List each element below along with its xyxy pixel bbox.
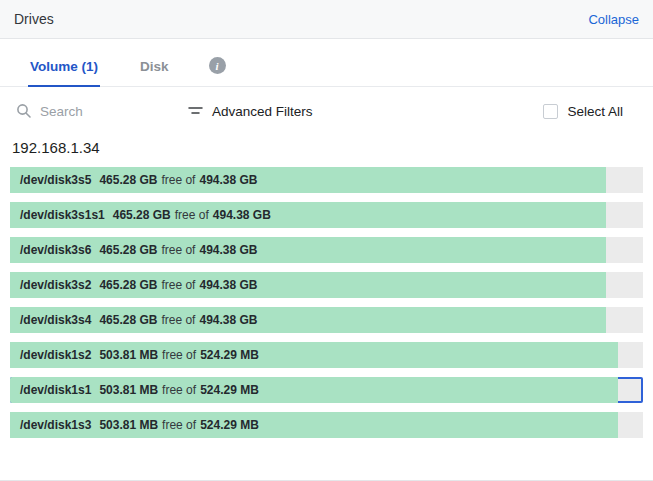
drive-total-value: 524.29 MB [200,383,259,397]
filter-icon [188,104,203,118]
drive-name: /dev/disk1s1 [20,383,91,397]
drive-total-value: 524.29 MB [200,348,259,362]
drive-free-value: 465.28 GB [99,313,157,327]
drive-free-value: 503.81 MB [99,348,158,362]
drive-row-text: /dev/disk3s5 465.28 GB free of 494.38 GB [10,167,643,193]
drive-name: /dev/disk3s6 [20,243,91,257]
drive-total-value: 494.38 GB [199,313,257,327]
drive-row-text: /dev/disk3s4 465.28 GB free of 494.38 GB [10,307,643,333]
drive-name: /dev/disk3s2 [20,278,91,292]
drive-total-value: 524.29 MB [200,418,259,432]
drive-free-value: 465.28 GB [99,243,157,257]
drive-free-value: 465.28 GB [113,208,171,222]
tab-disk[interactable]: Disk [138,53,171,87]
free-of-label: free of [161,278,195,292]
drive-row-text: /dev/disk1s3 503.81 MB free of 524.29 MB [10,412,643,438]
free-of-label: free of [175,208,209,222]
drive-total-value: 494.38 GB [199,243,257,257]
toolbar: Advanced Filters Select All [0,87,653,125]
drive-total-value: 494.38 GB [199,173,257,187]
select-all[interactable]: Select All [543,104,637,119]
tab-volume[interactable]: Volume (1) [28,53,100,87]
drive-row[interactable]: /dev/disk3s2 465.28 GB free of 494.38 GB [10,272,643,298]
drive-row-text: /dev/disk3s1s1 465.28 GB free of 494.38 … [10,202,643,228]
drive-row-text: /dev/disk1s2 503.81 MB free of 524.29 MB [10,342,643,368]
drive-name: /dev/disk1s3 [20,418,91,432]
search-icon [16,103,32,119]
drive-row[interactable]: /dev/disk1s1 503.81 MB free of 524.29 MB [10,377,643,403]
collapse-link[interactable]: Collapse [588,12,639,27]
drive-rows: /dev/disk3s5 465.28 GB free of 494.38 GB… [0,167,653,447]
drive-total-value: 494.38 GB [199,278,257,292]
advanced-filters-button[interactable]: Advanced Filters [188,104,313,119]
advanced-filters-label: Advanced Filters [212,104,313,119]
drive-row-text: /dev/disk1s1 503.81 MB free of 524.29 MB [10,377,643,403]
search-box [16,103,174,119]
free-of-label: free of [162,348,196,362]
drive-free-value: 465.28 GB [99,278,157,292]
drive-free-value: 503.81 MB [99,418,158,432]
drive-name: /dev/disk3s1s1 [20,208,105,222]
free-of-label: free of [161,313,195,327]
panel-header: Drives Collapse [0,0,653,39]
drive-row[interactable]: /dev/disk3s5 465.28 GB free of 494.38 GB [10,167,643,193]
free-of-label: free of [162,418,196,432]
select-all-label: Select All [567,104,623,119]
drive-name: /dev/disk1s2 [20,348,91,362]
drive-row[interactable]: /dev/disk3s4 465.28 GB free of 494.38 GB [10,307,643,333]
panel-title: Drives [14,11,54,27]
tabs-row: Volume (1) Disk [0,39,653,87]
host-header: 192.168.1.34 [0,125,653,167]
info-icon[interactable] [209,57,226,74]
drive-row[interactable]: /dev/disk1s2 503.81 MB free of 524.29 MB [10,342,643,368]
free-of-label: free of [162,383,196,397]
drive-name: /dev/disk3s5 [20,173,91,187]
free-of-label: free of [161,243,195,257]
select-all-checkbox[interactable] [543,104,558,119]
drive-free-value: 465.28 GB [99,173,157,187]
drive-row-text: /dev/disk3s6 465.28 GB free of 494.38 GB [10,237,643,263]
drive-name: /dev/disk3s4 [20,313,91,327]
search-input[interactable] [40,104,160,119]
free-of-label: free of [161,173,195,187]
drive-total-value: 494.38 GB [213,208,271,222]
drives-panel: Drives Collapse Volume (1) Disk Advanced… [0,0,653,481]
drive-row[interactable]: /dev/disk1s3 503.81 MB free of 524.29 MB [10,412,643,438]
drive-row[interactable]: /dev/disk3s1s1 465.28 GB free of 494.38 … [10,202,643,228]
drive-row[interactable]: /dev/disk3s6 465.28 GB free of 494.38 GB [10,237,643,263]
drive-free-value: 503.81 MB [99,383,158,397]
drive-row-text: /dev/disk3s2 465.28 GB free of 494.38 GB [10,272,643,298]
